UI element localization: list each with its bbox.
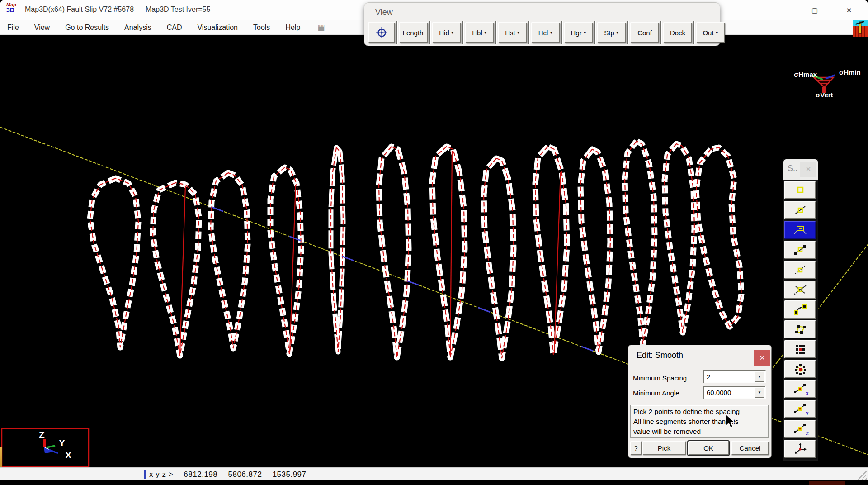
minimum-angle-label: Minimum Angle [633,389,679,397]
toolbar-separator [594,21,596,44]
hbl-dropdown-button[interactable]: Hbl▼ [465,22,494,43]
select-box-icon [792,184,808,196]
axis-y-label: Y [59,437,65,448]
minimize-button[interactable]: — [763,0,797,20]
dialog-close-icon[interactable]: ✕ [754,350,770,366]
scale-x-button[interactable]: X [784,380,816,398]
hid-dropdown-button[interactable]: Hid▼ [432,22,461,43]
toolbar-separator [462,21,464,44]
radial-array-button[interactable] [784,360,816,378]
toolbar-separator [396,21,398,44]
chevron-down-icon: ▼ [549,31,553,35]
minimum-spacing-combo[interactable]: 2 ▼ [703,370,766,383]
minimum-angle-combo[interactable]: 60.0000 ▼ [703,386,766,399]
edit-polygon-icon [792,323,808,336]
zoom-extents-button[interactable] [368,22,395,43]
cancel-button[interactable]: Cancel [731,441,769,455]
crosshair-icon [376,27,388,39]
maximize-button[interactable]: ▢ [797,0,832,20]
help-button[interactable]: ? [630,441,642,455]
menu-analysis[interactable]: Analysis [124,24,151,32]
stress-orientation-indicator: σHmax σHmin σVert [794,68,861,99]
toolbar-separator [627,21,629,44]
minimum-angle-value[interactable]: 60.0000 [707,389,731,396]
resize-grip[interactable] [857,470,867,480]
hgr-dropdown-button[interactable]: Hgr▼ [564,22,593,43]
dock-button[interactable]: Dock [663,22,692,43]
menu-help[interactable]: Help [285,24,300,32]
edit-polygon-button[interactable] [784,320,816,338]
layout-grid-icon[interactable]: ▦ [317,23,325,32]
edit-smooth-dialog[interactable]: Edit: Smooth ✕ Minimum Spacing 2 ▼ Minim… [628,345,771,458]
out-dropdown-button[interactable]: Out▼ [696,22,725,43]
fit-arc-icon [792,303,808,316]
toolbar-separator [660,21,662,44]
grid-array-icon [792,343,808,356]
menu-cad[interactable]: CAD [167,24,182,32]
minimum-spacing-value[interactable]: 2 [707,373,710,380]
chevron-down-icon: ▼ [616,31,619,35]
xyz-prompt: x y z > [149,470,173,479]
menu-visualization[interactable]: Visualization [197,24,238,32]
scale-z-button[interactable]: Z [784,420,816,438]
menu-view[interactable]: View [34,24,50,32]
close-button[interactable]: ✕ [832,0,866,20]
fit-arc-button[interactable] [784,300,816,319]
dialog-title: Edit: Smooth [637,351,683,360]
mouse-cursor [725,414,737,429]
view-camera-button[interactable] [784,221,816,239]
chevron-down-icon: ▼ [583,31,587,35]
edit-line-button[interactable] [784,201,816,219]
menu-tools[interactable]: Tools [253,24,270,32]
palette-title-bar[interactable]: S.. ✕ [783,159,818,180]
axes-3d-icon [792,442,808,455]
move-endpoints-button[interactable] [784,241,816,259]
logo-bottom: 3D [6,7,22,13]
view-toolbar-title[interactable]: View [375,8,393,17]
z-coordinate: 1535.997 [273,470,307,479]
ok-button[interactable]: OK [688,441,729,455]
toolbar-separator [561,21,563,44]
select-box-button[interactable] [784,181,816,199]
pick-button[interactable]: Pick [642,441,686,455]
map3d-logo: Map 3D [6,2,22,13]
y-coordinate: 5806.872 [228,470,262,479]
chevron-down-icon: ▼ [451,31,454,35]
move-endpoints-icon [792,243,808,256]
radial-array-icon [792,363,808,376]
toolbar-separator [495,21,497,44]
densify-line-button[interactable] [784,261,816,279]
conf-button[interactable]: Conf [630,22,659,43]
coordinate-readout[interactable]: x y z > 6812.198 5806.872 1535.997 [149,470,315,479]
view-toolbar-window[interactable]: View Length Hid▼ Hbl▼ Hst▼ Hcl▼ Hgr▼ Stp… [364,3,720,46]
menu-go-to-results[interactable]: Go to Results [65,24,109,32]
sigma-hmax-label: σHmax [794,71,817,78]
chevron-down-icon[interactable]: ▼ [755,387,764,398]
hcl-dropdown-button[interactable]: Hcl▼ [531,22,560,43]
toolbar-separator [528,21,530,44]
grid-array-button[interactable] [784,340,816,358]
minimum-spacing-label: Minimum Spacing [633,374,687,382]
palette-close-icon[interactable]: ✕ [800,162,816,177]
delete-cross-icon [792,283,808,296]
delete-cross-button[interactable] [784,281,816,299]
text-caret [711,373,711,380]
chevron-down-icon[interactable]: ▼ [755,371,764,382]
scale-y-letter: Y [806,411,809,416]
snap-edit-palette[interactable]: S.. ✕ X Y Z [783,159,818,461]
menu-file[interactable]: File [7,24,19,32]
x-coordinate: 6812.198 [184,470,217,479]
axis-triad: Z Y X [2,428,89,466]
scale-z-letter: Z [806,431,809,436]
scale-x-letter: X [806,391,809,396]
scale-y-button[interactable]: Y [784,400,816,418]
hst-dropdown-button[interactable]: Hst▼ [498,22,527,43]
length-button[interactable]: Length [399,22,428,43]
chevron-down-icon: ▼ [517,31,520,35]
window-title: Map3D(x64) Fault Slip V72 #5678Map3D Tes… [25,5,210,14]
chevron-down-icon: ▼ [484,31,487,35]
stp-dropdown-button[interactable]: Stp▼ [597,22,626,43]
axes-3d-button[interactable] [784,440,816,458]
command-input-caret [144,470,146,479]
dialog-info-text: Pick 2 points to define the spacing All … [630,405,769,438]
